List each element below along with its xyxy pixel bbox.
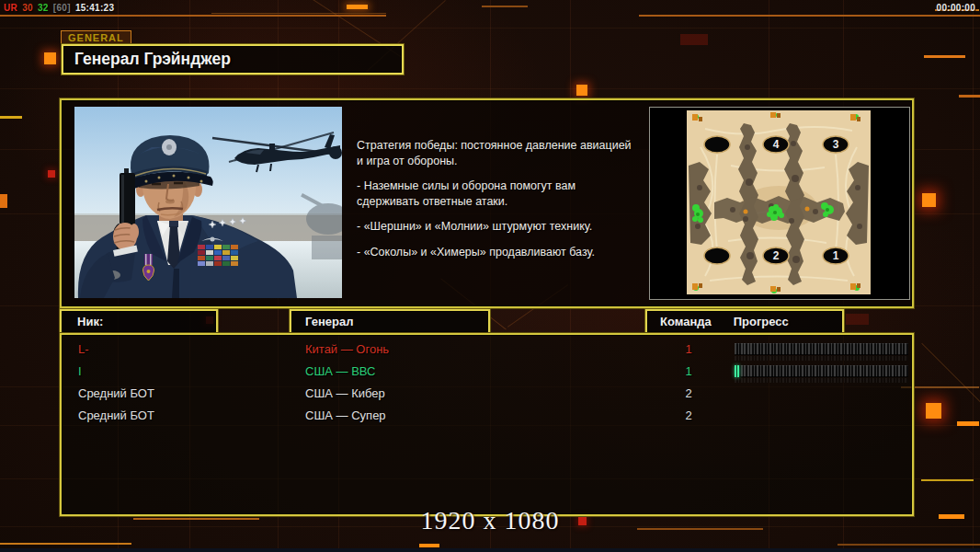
player-row: L- Китай — Огонь 1 [62,339,912,361]
column-header-nick: Ник: [60,309,218,334]
strategy-briefing: Стратегия победы: постоянное давление ав… [357,138,649,270]
column-header-team: Команда [660,311,712,332]
page-title: Генерал Грэйнджер [63,46,402,73]
briefing-paragraph: - «Соколы» и «Химеры» продавливают базу. [357,245,649,260]
debug-clock: 15:41:23 [75,3,114,13]
debug-label: UR [4,3,17,13]
column-header-team-progress: Команда Прогресс [645,309,844,334]
player-general: США — ВВС [305,361,376,383]
general-portrait [74,107,342,298]
map-start-position-1: 1 [833,249,839,262]
debug-readout: UR 30 32 [60] 15:41:23 [4,3,116,13]
briefing-paragraph: Стратегия победы: постоянное давление ав… [357,138,649,168]
player-general: США — Супер [305,405,386,427]
general-info-panel: Стратегия победы: постоянное давление ав… [60,98,914,308]
portrait-image [74,107,342,298]
general-tag-label: GENERAL [61,30,131,45]
map-start-position-2: 2 [773,249,780,262]
player-row: Средний БОТ США — Кибер 2 [62,383,912,405]
load-progress-bar [735,343,908,355]
map-start-position-4: 4 [773,138,780,151]
progress-bar-fill [735,365,739,377]
debug-value: [60] [53,3,71,13]
player-team: 2 [679,383,698,405]
player-nick: Средний БОТ [78,405,154,427]
loading-screen: UR 30 32 [60] 15:41:23 00:00:00 GENERAL … [0,0,980,552]
match-timer: 00:00:00 [937,3,975,13]
general-title-box: Генерал Грэйнджер [62,44,404,75]
player-nick: I [78,361,82,383]
briefing-paragraph: - «Шершни» и «Молнии» штурмуют технику. [357,219,649,235]
map-preview-image: 4 3 2 1 [687,110,871,294]
column-header-progress: Прогресс [734,311,789,332]
player-nick: L- [78,339,89,361]
bottom-strip [0,548,980,552]
debug-value: 30 [22,3,33,13]
player-team: 1 [679,361,698,383]
player-general: США — Кибер [305,383,385,405]
player-nick: Средний БОТ [78,383,154,405]
player-team: 2 [679,405,698,427]
player-row: Средний БОТ США — Супер 2 [62,405,912,427]
load-progress-bar [735,365,908,377]
map-start-position-3: 3 [833,138,839,151]
player-list-panel: L- Китай — Огонь 1 I США — ВВС 1 Средний… [60,333,914,516]
column-header-general: Генерал [290,309,490,334]
player-row: I США — ВВС 1 [62,361,912,383]
resolution-watermark: 1920 x 1080 [421,506,560,535]
player-general: Китай — Огонь [305,339,389,361]
map-preview-box: 4 3 2 1 [649,107,910,300]
debug-value: 32 [38,3,49,13]
briefing-paragraph: - Наземные силы и оборона помогут вам сд… [357,178,649,209]
player-team: 1 [679,339,698,361]
